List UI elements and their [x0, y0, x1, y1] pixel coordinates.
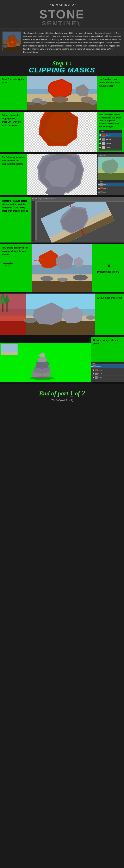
rotate-text: I rotate the canvas before attempting th… [2, 199, 29, 213]
gray-rock-svg [27, 154, 97, 195]
trees-section: Also, I mask this trees! [0, 293, 124, 335]
layer-group-item: Group 1 [91, 365, 124, 368]
text-box-10-per-layers: 10 10 items per layers [92, 244, 124, 292]
text-12-items: 12 items per layers in one group [91, 337, 124, 362]
sep-6 [0, 335, 124, 337]
photo-masked-parts [32, 244, 92, 292]
header: THE MAKING OF STONE SENTINEL [0, 0, 124, 29]
per-layers-text: 10 items per layers [97, 270, 119, 274]
end-section: End of part 1 of 2 (End of part 1 of 2) [0, 384, 124, 408]
arrows-svg [2, 260, 14, 267]
twelve-items-text: 12 items per layers in one group [93, 339, 118, 345]
parts-text: Now, this is parts I've been masking all… [2, 247, 28, 256]
ps3-canvas-svg [97, 157, 124, 180]
quickmask-svg [27, 76, 97, 110]
svg-point-10 [10, 41, 14, 43]
layer-item-a: Rock 1 [91, 368, 124, 372]
text-box-brush: Use Standard Hard Round Brush to mask my… [97, 76, 124, 110]
text-box-rotate: I rotate the canvas before attempting th… [0, 197, 31, 243]
svg-point-68 [41, 276, 53, 281]
svg-point-23 [52, 96, 68, 103]
layer-item-b: Rock 2 [91, 372, 124, 376]
svg-point-16 [40, 101, 47, 105]
rotated-svg: File Edit Image Layer Select Filter View [31, 197, 124, 243]
photo-trees [0, 293, 95, 335]
svg-point-88 [86, 315, 95, 320]
photo-final [0, 337, 91, 382]
svg-point-98 [30, 376, 55, 380]
ps-layers-final: Layers Group 1 Rock 1 Rock 2 Rock 3 [91, 362, 124, 382]
sep-3 [0, 195, 124, 197]
sep-4 [0, 243, 124, 244]
title-stone: STONE SENTINEL [2, 7, 122, 26]
layer-item-c: Rock 3 [91, 376, 124, 379]
svg-marker-58 [5, 266, 7, 267]
text-box-before: Before release the clipping mask, I pres… [0, 112, 24, 152]
ps-screenshot-right: Then Press Q to release the mask after t… [97, 112, 124, 152]
step1-name: CLIPPING MASKS [2, 66, 122, 74]
trees-svg [0, 293, 95, 335]
svg-text:SENTINEL: SENTINEL [42, 20, 82, 26]
panel-row-1: Press Q to enter Quick Mask [0, 76, 124, 110]
svg-rect-54 [35, 200, 37, 241]
ps-mini-layer-1: Layer 4 [99, 133, 122, 137]
panel-row-2: Before release the clipping mask, I pres… [0, 112, 124, 152]
ps-screenshot-3: Photoshop Layers Layer 4 [97, 154, 124, 195]
svg-rect-53 [35, 200, 124, 202]
following-text: The following steps are the same with th… [2, 156, 25, 166]
svg-rect-43 [32, 198, 35, 242]
svg-point-70 [73, 275, 88, 280]
sep-2 [0, 152, 124, 154]
intro-text: The elemental creatures which have long … [23, 32, 122, 54]
ps-mini: Layers Layer 4 Layer 3 Layer 2 Layer 1 [99, 130, 122, 151]
svg-point-87 [24, 318, 37, 323]
intro-image [2, 32, 21, 51]
end-main-text: End of part 1 of 2 [4, 389, 120, 397]
ten-items-text: 10 [106, 262, 110, 270]
ps-mini-titlebar: Layers [99, 130, 122, 133]
svg-rect-92 [1, 352, 17, 355]
panel-row-5: Now, this is parts I've been masking all… [0, 244, 124, 292]
end-prefix: End of part [39, 390, 70, 397]
intro-paragraph: The elemental creatures which have long … [23, 32, 122, 54]
svg-rect-63 [32, 281, 92, 292]
svg-point-19 [89, 100, 97, 105]
photo-quickmask [27, 76, 97, 110]
svg-point-8 [3, 44, 8, 48]
right-panel-final: 12 items per layers in one group Layers … [91, 337, 124, 382]
text-box-following: The following steps are the same with th… [0, 154, 27, 195]
sep-5 [0, 292, 124, 293]
photo-rotated: File Edit Image Layer Select Filter View [31, 197, 124, 243]
press-q-text: Press Q to enter Quick Mask [2, 78, 25, 85]
step1-heading: Step 1 : CLIPPING MASKS [0, 56, 124, 76]
final-svg [0, 337, 91, 382]
svg-point-17 [28, 102, 34, 105]
svg-rect-90 [0, 337, 91, 343]
end-sub-text: (End of part 1 of 2) [4, 399, 120, 402]
text-box-parts: Now, this is parts I've been masking all… [0, 244, 32, 292]
final-composite-section: 12 items per layers in one group Layers … [0, 337, 124, 382]
rotated-scene-section: I rotate the canvas before attempting th… [0, 197, 124, 243]
ps-mini-layer-2: Layer 3 [99, 137, 122, 141]
intro-section: The elemental creatures which have long … [0, 29, 124, 56]
photo-gray-rock [27, 154, 97, 195]
title-svg: STONE SENTINEL [4, 7, 120, 26]
end-number: 1 [70, 389, 73, 397]
svg-text:File  Edit  Image  Layer  Sele: File Edit Image Layer Select Filter View [32, 198, 57, 200]
sep-1 [0, 110, 124, 112]
arrow-indicator [2, 260, 30, 267]
trees-text: Also, I mask this trees! [97, 296, 122, 300]
svg-text:STONE: STONE [39, 7, 85, 21]
ps3-canvas [97, 157, 124, 180]
header-top-label: THE MAKING OF [2, 3, 122, 6]
before-text: Before release the clipping mask, I pres… [2, 114, 22, 126]
svg-marker-60 [8, 266, 10, 267]
ps-mini-layer-4: Layer 1 [99, 146, 122, 150]
ps3-layers: Layers Layer 4 Layer 3 Layer 2 [97, 180, 124, 194]
ps3-topbar: Photoshop [97, 154, 124, 157]
svg-rect-41 [97, 157, 124, 180]
photo-extracted [24, 112, 97, 152]
svg-marker-56 [10, 262, 13, 265]
end-middle: of [75, 390, 82, 397]
then-text: Then Press Q to release the mask after t… [99, 114, 121, 128]
